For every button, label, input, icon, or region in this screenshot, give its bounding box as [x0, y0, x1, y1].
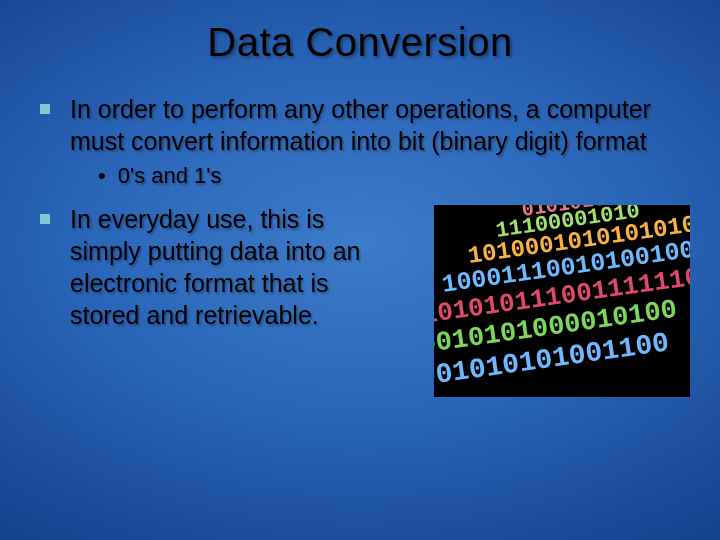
square-bullet-icon [40, 214, 50, 224]
dot-bullet-icon: • [98, 165, 106, 187]
bullet-text: In order to perform any other operations… [70, 93, 680, 157]
list-item: In order to perform any other operations… [40, 93, 680, 157]
sub-list-item: • 0's and 1's [98, 163, 680, 189]
bullet-text: In everyday use, this is simply putting … [70, 203, 400, 331]
square-bullet-icon [40, 104, 50, 114]
slide-content: In order to perform any other operations… [0, 65, 720, 397]
binary-image-content: 01010101010 11100001010 1010001010101010… [434, 205, 690, 397]
list-item: In everyday use, this is simply putting … [40, 203, 426, 331]
slide-title: Data Conversion [0, 0, 720, 65]
binary-image: 01010101010 11100001010 1010001010101010… [434, 205, 690, 397]
sub-bullet-text: 0's and 1's [118, 163, 222, 189]
content-row: In everyday use, this is simply putting … [40, 203, 680, 397]
